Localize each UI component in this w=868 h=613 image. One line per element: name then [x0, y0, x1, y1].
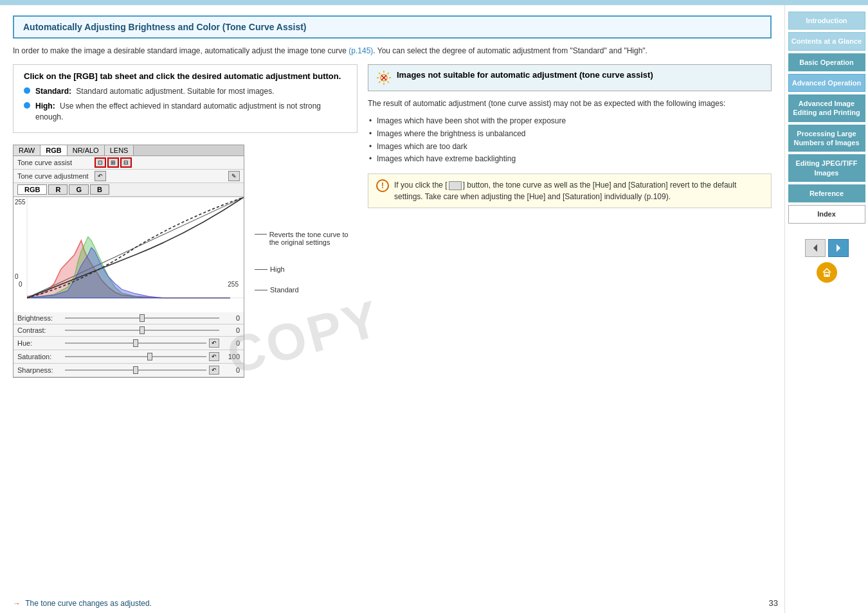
sidebar-item-processing-large[interactable]: Processing Large Numbers of Images — [788, 125, 865, 152]
svg-line-11 — [379, 73, 380, 74]
tone-curve-assist-label: Tone curve assist — [17, 159, 95, 166]
sidebar-item-advanced-operation[interactable]: Advanced Operation — [788, 74, 865, 92]
saturation-track[interactable] — [65, 356, 206, 357]
footer-note: The tone curve changes as adjusted. — [25, 599, 152, 608]
arrow-icon: → — [13, 599, 21, 608]
subtab-r[interactable]: R — [48, 184, 68, 195]
sidebar-item-basic-operation[interactable]: Basic Operation — [788, 53, 865, 71]
sidebar-item-editing-jpeg[interactable]: Editing JPEG/TIFF Images — [788, 154, 865, 182]
bullet-item-1: Images where the brightness is unbalance… — [368, 129, 772, 139]
sidebar-item-advanced-editing[interactable]: Advanced Image Editing and Printing — [788, 94, 865, 122]
two-col-layout: Click on the [RGB] tab sheet and click t… — [13, 64, 772, 378]
contrast-row: Contrast: 0 — [14, 324, 244, 337]
warning-icon: ! — [376, 179, 389, 192]
bullet-text-standard: Standard automatic adjustment. Suitable … — [76, 87, 274, 96]
brightness-track[interactable] — [65, 317, 219, 319]
ui-panel: RAW RGB NR/ALO LENS Tone curve assist ⊡ … — [13, 145, 244, 378]
prev-icon — [810, 243, 820, 253]
bullet-label-standard: Standard: — [35, 87, 71, 96]
histogram-area: 255 0 — [14, 197, 244, 312]
hue-label: Hue: — [17, 339, 62, 347]
page-title-box: Automatically Adjusting Brightness and C… — [13, 15, 772, 39]
col-left: Click on the [RGB] tab sheet and click t… — [13, 64, 357, 378]
steps-box: Click on the [RGB] tab sheet and click t… — [13, 64, 357, 133]
contrast-value: 0 — [222, 326, 240, 334]
home-button[interactable] — [817, 262, 837, 283]
sidebar-item-contents[interactable]: Contents at a Glance — [788, 32, 865, 50]
tone-curve-assist-row: Tone curve assist ⊡ ⊞ ⊟ — [14, 156, 244, 170]
warning-text: If you click the [] button, the tone cur… — [394, 179, 763, 202]
high-annotation: High — [255, 265, 357, 273]
svg-marker-3 — [27, 241, 230, 299]
standard-annotation: Standard — [255, 286, 357, 294]
sharpness-row: Sharpness: ↶ 0 — [14, 364, 244, 377]
saturation-thumb[interactable] — [147, 353, 152, 360]
sidebar-item-introduction[interactable]: Introduction — [788, 12, 865, 30]
sharpness-track[interactable] — [65, 369, 206, 371]
tone-curve-adj-row: Tone curve adjustment ↶ ✎ — [14, 170, 244, 183]
tone-assist-btn-2[interactable]: ⊞ — [107, 157, 119, 168]
top-bar — [0, 0, 868, 5]
home-icon — [821, 267, 833, 278]
subtab-b[interactable]: B — [90, 184, 109, 195]
note-text: The result of automatic adjustment (tone… — [368, 98, 772, 109]
tab-lens[interactable]: LENS — [105, 145, 134, 155]
tab-nralo[interactable]: NR/ALO — [68, 145, 105, 155]
bullet-item-2: Images which are too dark — [368, 141, 772, 152]
revert-text: Reverts the tone curve to the original s… — [269, 231, 357, 246]
bullet-item-3: Images which have extreme backlighting — [368, 154, 772, 164]
bullet-standard: Standard: Standard automatic adjustment.… — [24, 86, 347, 97]
sun-icon — [376, 70, 392, 85]
svg-line-13 — [388, 73, 389, 74]
standard-label: Standard — [270, 286, 299, 294]
hue-reset-btn[interactable]: ↶ — [209, 339, 219, 348]
nav-arrows — [805, 239, 849, 257]
contrast-thumb[interactable] — [140, 326, 145, 334]
axis-x-max: 255 — [228, 281, 239, 288]
hue-track[interactable] — [65, 342, 206, 344]
sidebar-item-index[interactable]: Index — [788, 205, 865, 223]
tab-rgb[interactable]: RGB — [41, 145, 67, 155]
sharpness-reset-btn[interactable]: ↶ — [209, 366, 219, 375]
warning-link[interactable]: (p.109) — [644, 192, 669, 201]
brightness-thumb[interactable] — [140, 314, 145, 322]
hue-value: 0 — [222, 339, 240, 347]
steps-heading: Click on the [RGB] tab sheet and click t… — [24, 71, 347, 81]
info-box-header: Images not suitable for automatic adjust… — [368, 64, 772, 91]
intro-text: In order to make the image a desirable s… — [13, 45, 772, 57]
footer: → The tone curve changes as adjusted. 33 — [13, 598, 778, 608]
tone-adj-reset-btn[interactable]: ↶ — [95, 171, 106, 181]
sidebar: Introduction Contents at a Glance Basic … — [784, 5, 868, 613]
col-right: Images not suitable for automatic adjust… — [368, 64, 772, 378]
tone-curve-adj-controls: ↶ — [95, 171, 106, 181]
saturation-value: 100 — [222, 353, 240, 360]
sharpness-thumb[interactable] — [133, 366, 138, 374]
tone-assist-btn-1[interactable]: ⊡ — [95, 157, 106, 168]
page-number: 33 — [769, 598, 778, 608]
bullet-circle-standard — [24, 87, 30, 94]
bullet-text-high: Use when the effect achieved in standard… — [35, 102, 321, 121]
bullet-content-standard: Standard: Standard automatic adjustment.… — [35, 86, 275, 97]
tone-curve-adj-label: Tone curve adjustment — [17, 172, 95, 180]
axis-x-min: 0 — [19, 281, 23, 288]
saturation-reset-btn[interactable]: ↶ — [209, 352, 219, 361]
tab-raw[interactable]: RAW — [14, 145, 41, 155]
sidebar-item-reference[interactable]: Reference — [788, 184, 865, 202]
info-box-heading: Images not suitable for automatic adjust… — [397, 70, 653, 80]
ui-sub-tabs: RGB R G B — [14, 183, 244, 197]
sharpness-value: 0 — [222, 366, 240, 374]
svg-marker-17 — [813, 244, 817, 252]
bullet-label-high: High: — [35, 102, 55, 111]
subtab-g[interactable]: G — [69, 184, 89, 195]
sliders-container: Brightness: 0 Contrast: — [14, 312, 244, 377]
next-button[interactable] — [828, 239, 849, 257]
hue-thumb[interactable] — [133, 339, 138, 347]
contrast-track[interactable] — [65, 330, 219, 331]
tone-assist-btn-3[interactable]: ⊟ — [120, 157, 132, 168]
tone-adj-edit-btn[interactable]: ✎ — [228, 171, 240, 181]
bullet-list: Images which have been shot with the pro… — [368, 116, 772, 164]
prev-button[interactable] — [805, 239, 826, 257]
bullet-item-0: Images which have been shot with the pro… — [368, 116, 772, 127]
subtab-rgb[interactable]: RGB — [17, 184, 47, 195]
intro-link[interactable]: (p.145) — [348, 46, 373, 55]
